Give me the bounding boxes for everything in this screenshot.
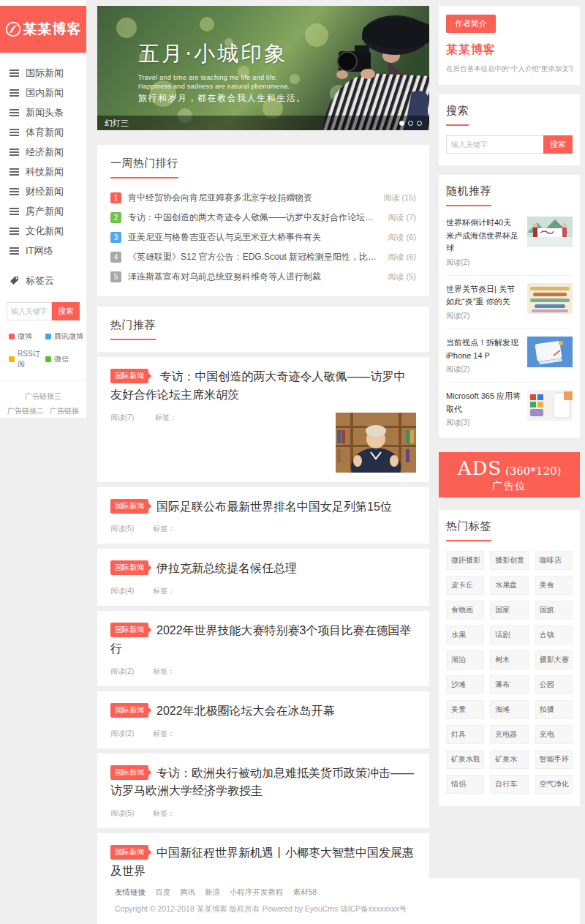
ad-link[interactable]: 广告链接二 <box>7 404 44 418</box>
tag-item[interactable]: 空气净化 <box>535 775 573 794</box>
footer-link[interactable]: 百度 <box>155 887 170 898</box>
rank-item-title[interactable]: 肯中经贸协会向肯尼亚姆赛多北京学校捐赠物资 <box>128 192 376 204</box>
sidebar-nav-item[interactable]: 新闻头条 <box>0 102 86 122</box>
tag-item[interactable]: 树木 <box>490 650 528 669</box>
recommend-thumbnail[interactable] <box>527 217 573 247</box>
rank-item-title[interactable]: 《英雄联盟》S12 官方公告：EDG.Scout 新冠检测呈阳性，比赛顺序可能发 <box>128 251 381 263</box>
ad-link[interactable]: 广告链接三 <box>25 389 61 404</box>
tag-item[interactable]: 情侣 <box>446 775 484 794</box>
footer-link[interactable]: 腾讯 <box>180 887 195 898</box>
article-category-badge[interactable]: 国际新闻 <box>110 765 148 780</box>
footer-link[interactable]: 新浪 <box>205 887 220 898</box>
tag-item[interactable]: 拍摄 <box>535 700 573 719</box>
rank-row: 1 肯中经贸协会向肯尼亚姆赛多北京学校捐赠物资 阅读 (15) <box>110 188 416 208</box>
sidebar-nav-item[interactable]: 房产新闻 <box>0 201 86 221</box>
social-link[interactable]: 微信 <box>45 349 86 369</box>
tag-item[interactable]: 摄影创意 <box>490 551 528 570</box>
tag-item[interactable]: 美食 <box>535 576 573 595</box>
sidebar-nav-item[interactable]: 国际新闻 <box>0 63 86 83</box>
tag-item[interactable]: 矿泉水瓶 <box>446 750 484 769</box>
sidebar-nav-item[interactable]: 财经新闻 <box>0 181 86 201</box>
sidebar-item-tag-cloud[interactable]: 标签云 <box>0 271 86 290</box>
slider-dot[interactable] <box>399 121 404 126</box>
social-link[interactable]: 腾讯微博 <box>45 331 86 342</box>
sidebar-nav-item[interactable]: 科技新闻 <box>0 162 86 181</box>
article-card: 国际新闻2022年世界技能大赛特别赛3个项目比赛在德国举行 阅读(2)标签： <box>97 611 429 686</box>
tag-item[interactable]: 充电器 <box>490 725 528 744</box>
article-category-badge[interactable]: 国际新闻 <box>110 499 148 514</box>
left-sidebar: 某某博客 国际新闻 国内新闻 新闻头条 <box>0 0 86 418</box>
article-title[interactable]: 专访：欧洲央行被动加息难抵美货币政策冲击——访罗马欧洲大学经济学教授圭 <box>110 767 414 797</box>
tag-item[interactable]: 水果 <box>446 626 484 645</box>
tag-item[interactable]: 话剧 <box>490 626 528 645</box>
recommend-thumbnail[interactable] <box>527 337 573 367</box>
footer-link[interactable]: 素材58 <box>293 887 317 898</box>
article-category-badge[interactable]: 国际新闻 <box>110 703 148 718</box>
tag-item[interactable]: 矿泉水 <box>490 750 528 769</box>
tag-item[interactable]: 皮卡丘 <box>446 576 484 595</box>
site-logo[interactable]: 某某博客 <box>0 6 86 53</box>
slider-dot[interactable] <box>417 121 422 126</box>
rank-item-title[interactable]: 泽连斯基宣布对乌前总统亚努科维奇等人进行制裁 <box>128 271 381 283</box>
recommend-thumbnail[interactable] <box>527 390 573 421</box>
tag-item[interactable]: 公园 <box>535 675 573 694</box>
recommend-thumbnail[interactable] <box>527 283 573 314</box>
article-title[interactable]: 中国新征程世界新机遇丨小椰枣大智慧中国发展惠及世界 <box>110 846 414 877</box>
tag-item[interactable]: 国家 <box>490 601 528 620</box>
sidebar-nav-item[interactable]: 体育新闻 <box>0 122 86 142</box>
article-title[interactable]: 2022年北极圈论坛大会在冰岛开幕 <box>156 705 335 717</box>
search-button[interactable]: 搜索 <box>543 135 573 154</box>
recommend-item-title[interactable]: 世界关节炎日| 关节如此“炎”重 你的关 <box>446 283 521 309</box>
article-category-badge[interactable]: 国际新闻 <box>110 623 148 637</box>
sidebar-nav-item[interactable]: IT网络 <box>0 241 86 260</box>
recommend-item-title[interactable]: 世界杯倒计时40天 米卢成海信世界杯足球 <box>446 217 521 255</box>
social-link[interactable]: 微博 <box>9 331 42 342</box>
tag-item[interactable]: 咖啡店 <box>535 551 573 570</box>
recommend-item-title[interactable]: 当前视点！拆解发现 iPhone 14 P <box>446 337 521 362</box>
article-category-badge[interactable]: 国际新闻 <box>110 369 148 383</box>
footer-link[interactable]: 小程序开发教程 <box>230 887 284 898</box>
sidebar-nav-item[interactable]: 国内新闻 <box>0 83 86 102</box>
list-icon <box>10 149 19 156</box>
slider-dot[interactable] <box>408 121 413 126</box>
rank-item-title[interactable]: 亚美尼亚与格鲁吉亚否认与克里米亚大桥事件有关 <box>128 231 381 244</box>
tag-item[interactable]: 国旗 <box>535 601 573 620</box>
tag-item[interactable]: 古镇 <box>535 626 573 645</box>
recommend-item-title[interactable]: Microsoft 365 应用将取代 <box>446 390 521 416</box>
tag-item[interactable]: 灯具 <box>446 725 484 744</box>
article-title[interactable]: 伊拉克新总统提名候任总理 <box>156 562 297 574</box>
social-link[interactable]: RSS订阅 <box>9 349 42 369</box>
sidebar-search-input[interactable] <box>7 302 52 320</box>
tag-item[interactable]: 海滩 <box>490 700 528 719</box>
search-input[interactable] <box>446 135 543 154</box>
ad-banner[interactable]: ADS (360*120) 广告位 <box>439 452 580 497</box>
tag-item[interactable]: 沙滩 <box>446 675 484 694</box>
hero-slider[interactable]: 五月·小城印象 Travel and time are teaching me … <box>97 6 429 130</box>
tag-item[interactable]: 湖泊 <box>446 650 484 669</box>
tag-item[interactable]: 充电 <box>535 725 573 744</box>
tag-item[interactable]: 智能手环 <box>535 750 573 769</box>
tag-item[interactable]: 微距摄影 <box>446 551 484 570</box>
tag-item[interactable]: 美景 <box>446 700 484 719</box>
sidebar-search-button[interactable]: 搜索 <box>52 302 80 320</box>
article-category-badge[interactable]: 国际新闻 <box>110 845 148 860</box>
article-title[interactable]: 2022年世界技能大赛特别赛3个项目比赛在德国举行 <box>110 624 412 655</box>
social-label: 微信 <box>54 354 69 364</box>
article-title[interactable]: 专访：中国创造的两大奇迹令人敬佩——访罗中友好合作论坛主席米胡茨 <box>110 370 405 401</box>
sidebar-nav-item[interactable]: 经济新闻 <box>0 142 86 162</box>
tag-item[interactable]: 瀑布 <box>490 675 528 694</box>
rank-item-title[interactable]: 专访：中国创造的两大奇迹令人敬佩——访罗中友好合作论坛主席米胡茨 <box>128 211 381 224</box>
rank-item-reads: 阅读 (6) <box>388 252 417 263</box>
tag-item[interactable]: 水果盘 <box>490 576 528 595</box>
article-category-badge[interactable]: 国际新闻 <box>110 560 148 575</box>
rank-row: 3 亚美尼亚与格鲁吉亚否认与克里米亚大桥事件有关 阅读 (6) <box>110 228 416 247</box>
ad-link[interactable]: 广告链接 <box>50 404 79 418</box>
article-thumbnail[interactable] <box>336 413 416 473</box>
sidebar-nav-item[interactable]: 文化新闻 <box>0 221 86 241</box>
author-name[interactable]: 某某博客 <box>446 42 573 58</box>
rank-item-reads: 阅读 (15) <box>383 192 416 203</box>
tag-item[interactable]: 自行车 <box>490 775 528 794</box>
tag-item[interactable]: 摄影大赛 <box>535 650 573 669</box>
article-title[interactable]: 国际足联公布最新世界排名中国女足列第15位 <box>156 500 392 513</box>
tag-item[interactable]: 食物画 <box>446 601 484 620</box>
